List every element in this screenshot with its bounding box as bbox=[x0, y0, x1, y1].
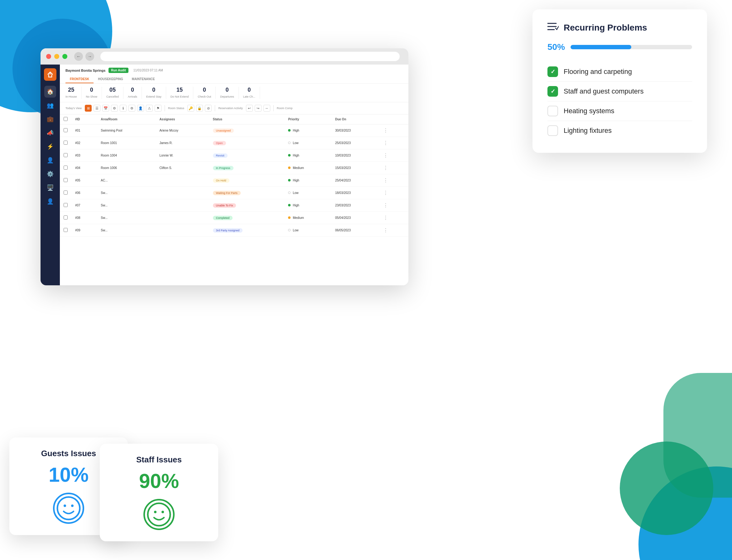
row-priority: High bbox=[284, 174, 331, 187]
row-more-actions[interactable]: ⋮ bbox=[378, 174, 408, 187]
row-more-actions[interactable]: ⋮ bbox=[378, 212, 408, 224]
toolbar-icon-lock[interactable]: 🔒 bbox=[196, 105, 203, 112]
staff-smiley-icon bbox=[143, 499, 175, 530]
toolbar-icon-key[interactable]: 🔑 bbox=[187, 105, 194, 112]
row-priority: Low bbox=[284, 187, 331, 199]
row-more-actions[interactable]: ⋮ bbox=[378, 149, 408, 162]
row-checkbox[interactable] bbox=[64, 128, 68, 132]
toolbar-icon-calendar[interactable]: 📅 bbox=[102, 105, 109, 112]
row-checkbox[interactable] bbox=[64, 191, 68, 195]
checkbox-icon[interactable] bbox=[547, 125, 558, 136]
row-checkbox[interactable] bbox=[64, 228, 68, 232]
toolbar-icon-user[interactable]: 👤 bbox=[137, 105, 144, 112]
row-more-actions[interactable]: ⋮ bbox=[378, 199, 408, 212]
toolbar-icon-grid[interactable]: ⊞ bbox=[85, 105, 92, 112]
checklist-item: ✓ Flooring and carpeting bbox=[547, 62, 692, 82]
row-more-actions[interactable]: ⋮ bbox=[378, 187, 408, 199]
minimize-button[interactable] bbox=[54, 54, 59, 59]
row-checkbox-cell bbox=[60, 137, 71, 149]
sidebar-item-home[interactable]: 🏠 bbox=[44, 86, 56, 98]
svg-point-4 bbox=[57, 497, 80, 519]
run-audit-button[interactable]: Run Audit bbox=[109, 68, 128, 73]
toolbar: Today's View ⊞ ☰ 📅 ⚙ ℹ ⚙ 👤 ⚠ ⚑ Room Stat… bbox=[60, 102, 408, 114]
sidebar-item-monitor[interactable]: 🖥️ bbox=[44, 182, 56, 194]
priority-dot-icon bbox=[288, 191, 291, 194]
checklist-label: Heating systems bbox=[564, 107, 614, 115]
toolbar-icon-list[interactable]: ☰ bbox=[94, 105, 100, 112]
row-checkbox[interactable] bbox=[64, 141, 68, 145]
col-actions bbox=[378, 114, 408, 124]
row-checkbox[interactable] bbox=[64, 153, 68, 157]
sidebar-item-profile[interactable]: 👤 bbox=[44, 196, 56, 207]
address-bar[interactable] bbox=[100, 52, 400, 61]
table-row: #03 Room 1004 Lonnie W. Revisit High 10/… bbox=[60, 149, 408, 162]
select-all-checkbox[interactable] bbox=[64, 117, 68, 121]
maximize-button[interactable] bbox=[62, 54, 67, 59]
row-id: #04 bbox=[71, 162, 97, 174]
tab-frontdesk[interactable]: FRONTDESK bbox=[65, 75, 94, 83]
toolbar-icon-checkout[interactable]: ↪ bbox=[255, 105, 262, 112]
property-name: Baymont Bonita Springs bbox=[65, 69, 105, 72]
row-checkbox-cell bbox=[60, 187, 71, 199]
row-checkbox-cell bbox=[60, 199, 71, 212]
sidebar-item-users[interactable]: 👥 bbox=[44, 99, 56, 111]
stat-arrivals: 0 Arrivals bbox=[124, 87, 142, 99]
toolbar-icon-alert[interactable]: ⚠ bbox=[146, 105, 153, 112]
toolbar-icon-flag[interactable]: ⚑ bbox=[155, 105, 162, 112]
row-more-actions[interactable]: ⋮ bbox=[378, 162, 408, 174]
row-checkbox-cell bbox=[60, 124, 71, 137]
row-checkbox-cell bbox=[60, 149, 71, 162]
row-more-actions[interactable]: ⋮ bbox=[378, 224, 408, 237]
checkbox-icon[interactable]: ✓ bbox=[547, 66, 558, 77]
sidebar-item-briefcase[interactable]: 💼 bbox=[44, 113, 56, 125]
sidebar-item-megaphone[interactable]: 📣 bbox=[44, 127, 56, 139]
row-due-date: 18/03/2023 bbox=[332, 187, 378, 199]
col-id: #ID bbox=[71, 114, 97, 124]
toolbar-icon-block[interactable]: ⊘ bbox=[205, 105, 212, 112]
row-area: Room 1001 bbox=[97, 137, 156, 149]
row-more-actions[interactable]: ⋮ bbox=[378, 137, 408, 149]
forward-button[interactable]: → bbox=[85, 52, 94, 61]
toolbar-separator-2 bbox=[215, 105, 215, 111]
close-button[interactable] bbox=[46, 54, 51, 59]
checklist-container: ✓ Flooring and carpeting ✓ Staff and gue… bbox=[547, 62, 692, 140]
status-badge: In Progress bbox=[213, 166, 234, 170]
back-button[interactable]: ← bbox=[74, 52, 83, 61]
row-more-actions[interactable]: ⋮ bbox=[378, 124, 408, 137]
sidebar-item-person[interactable]: 👤 bbox=[44, 154, 56, 166]
stat-cancelled: 05 Cancelled bbox=[102, 87, 124, 99]
table-row: #05 AC... On Hold High 25/04/2023 ⋮ bbox=[60, 174, 408, 187]
sidebar-item-alert[interactable]: ⚡ bbox=[44, 141, 56, 152]
stat-no-show: 0 No Show bbox=[82, 87, 102, 99]
toolbar-icon-filter[interactable]: ⚙ bbox=[111, 105, 118, 112]
stat-check-out: 0 Check-Out bbox=[193, 87, 216, 99]
sidebar-item-settings[interactable]: ⚙️ bbox=[44, 168, 56, 180]
row-checkbox[interactable] bbox=[64, 178, 68, 182]
row-id: #05 bbox=[71, 174, 97, 187]
card-header: Recurring Problems bbox=[547, 22, 692, 33]
row-checkbox-cell bbox=[60, 212, 71, 224]
svg-point-8 bbox=[154, 511, 157, 513]
tab-housekeeping[interactable]: HOUSEKEEPING bbox=[94, 75, 128, 83]
row-checkbox[interactable] bbox=[64, 203, 68, 207]
row-due-date: 25/04/2023 bbox=[332, 174, 378, 187]
row-status: Waiting For Parts bbox=[209, 187, 285, 199]
reservation-label: Reservation Activity bbox=[218, 107, 243, 110]
status-badge: Revisit bbox=[213, 153, 228, 158]
svg-point-9 bbox=[162, 511, 164, 513]
toolbar-icon-move[interactable]: ↔ bbox=[264, 105, 270, 112]
row-priority: Low bbox=[284, 224, 331, 237]
toolbar-icon-settings[interactable]: ⚙ bbox=[129, 105, 135, 112]
browser-chrome: ← → bbox=[41, 48, 408, 65]
svg-point-6 bbox=[71, 504, 74, 507]
row-priority: High bbox=[284, 199, 331, 212]
checkbox-icon[interactable] bbox=[547, 106, 558, 116]
checklist-label: Staff and guest computers bbox=[564, 87, 643, 95]
row-checkbox[interactable] bbox=[64, 166, 68, 170]
table-row: #07 Sw... Unable To Fix High 23/03/2023 … bbox=[60, 199, 408, 212]
toolbar-icon-checkin[interactable]: ↩ bbox=[246, 105, 253, 112]
tab-maintenance[interactable]: MAINTENANCE bbox=[128, 75, 159, 83]
checkbox-icon[interactable]: ✓ bbox=[547, 86, 558, 97]
row-checkbox[interactable] bbox=[64, 215, 68, 220]
toolbar-icon-info[interactable]: ℹ bbox=[120, 105, 127, 112]
